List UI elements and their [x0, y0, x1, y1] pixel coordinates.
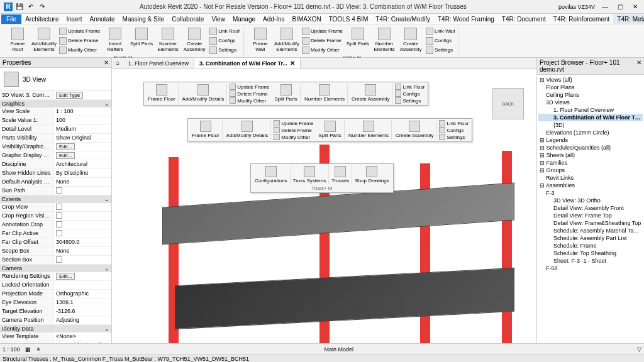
tree-item[interactable]: Ceiling Plans	[538, 91, 643, 99]
modify-other-float-button[interactable]: Modify Other	[228, 97, 270, 104]
menu-t4r-create[interactable]: T4R: Create/Modify	[372, 14, 434, 24]
configs-button[interactable]: Configs	[208, 36, 241, 45]
split-parts-float-button[interactable]: Split Parts	[272, 84, 300, 104]
maximize-button[interactable]: ▢	[614, 3, 626, 10]
scale-selector[interactable]: 1 : 100	[3, 346, 20, 353]
tree-item[interactable]: {3D}	[538, 121, 643, 129]
instance-selector[interactable]: 3D View: 3. Combination of W/M Floor Tru	[0, 91, 54, 99]
delete-frame-button[interactable]: Delete Frame	[58, 36, 101, 45]
tree-item[interactable]: Elevations (12mm Circle)	[538, 129, 643, 136]
vg-edit-button[interactable]: Edit...	[56, 143, 75, 150]
split-parts-2[interactable]: Split Parts	[316, 120, 344, 140]
delete-frame-wall-button[interactable]: Delete Frame	[301, 36, 344, 45]
number-2[interactable]: Number Elements	[346, 120, 392, 140]
create-assembly-2[interactable]: Create Assembly	[393, 120, 436, 140]
menu-insert[interactable]: Insert	[62, 14, 86, 24]
tree-item[interactable]: Schedule: Frame	[538, 242, 643, 250]
tree-item[interactable]: 3D Views	[538, 99, 643, 106]
update-frame-2[interactable]: Update Frame	[272, 120, 314, 126]
tree-item[interactable]: 1. Floor Panel Overview	[538, 106, 643, 114]
gd-edit-button[interactable]: Edit...	[56, 152, 75, 159]
tree-item[interactable]: ⊟ Schedules/Quantities (all)	[538, 144, 643, 151]
3d-canvas[interactable]: BACK Frame Floor Add/Modify Details Upda…	[112, 69, 536, 343]
edit-type-button[interactable]: Edit Type	[56, 92, 83, 99]
menu-architecture[interactable]: Architecture	[21, 14, 62, 24]
insert-rafters-button[interactable]: Insert Rafters	[103, 27, 128, 55]
expand-icon[interactable]: ⌄	[104, 326, 109, 332]
menu-tools4bim[interactable]: TOOLS 4 BIM	[325, 14, 372, 24]
menu-t4r-metal[interactable]: T4R: Metal Framing	[613, 14, 644, 24]
tree-item[interactable]: Sheet: F-3 -1 - Sheet	[538, 257, 643, 265]
tree-item[interactable]: 3. Combination of W/M Floor Trusses	[538, 114, 643, 121]
link-roof-button[interactable]: Link Roof	[208, 27, 241, 36]
addmod-button[interactable]: Add/Modify Elements	[31, 27, 57, 55]
far-offset-value[interactable]: 304800.0	[54, 238, 111, 246]
properties-close[interactable]: ✕	[104, 59, 109, 66]
tree-item[interactable]: ⊟ Legends	[538, 136, 643, 144]
tree-item[interactable]: 3D View: 3D Ortho	[538, 197, 643, 204]
tree-item[interactable]: Detail View: Frame&Sheathing Top	[538, 219, 643, 227]
tree-item[interactable]: Detail View: Frame Top	[538, 212, 643, 219]
render-edit-button[interactable]: Edit...	[56, 273, 75, 280]
configurations-button[interactable]: Configurations	[252, 165, 291, 184]
settings-wall-button[interactable]: Settings	[425, 46, 456, 55]
tree-item[interactable]: Schedule: Top Sheathing	[538, 250, 643, 257]
undo-icon[interactable]: ↶	[26, 3, 35, 11]
parts-vis-value[interactable]: Show Original	[54, 134, 111, 142]
menu-manage[interactable]: Manage	[229, 14, 259, 24]
frame-floor-button-2[interactable]: Frame Floor	[189, 120, 223, 140]
tree-item[interactable]: ⊟ Assemblies	[538, 182, 643, 189]
tree-item[interactable]: Schedule: Assembly Part List	[538, 234, 643, 242]
save-icon[interactable]: 💾	[15, 3, 24, 11]
delete-frame-float-button[interactable]: Delete Frame	[228, 90, 270, 97]
discipline-value[interactable]: Architectural	[54, 160, 111, 168]
menu-t4r-wood[interactable]: T4R: Wood Framing	[434, 14, 498, 24]
browser-close[interactable]: ✕	[636, 59, 641, 73]
trusses-button[interactable]: Trusses	[329, 165, 352, 184]
addmod-button-2[interactable]: Add/Modify Details	[224, 120, 272, 140]
tab-floor-panel-overview[interactable]: 1. Floor Panel Overview	[123, 58, 194, 69]
visual-style-icon[interactable]: ▦	[25, 346, 31, 353]
menu-annotate[interactable]: Annotate	[86, 14, 119, 24]
menu-view[interactable]: View	[208, 14, 229, 24]
file-menu[interactable]: File	[1, 14, 21, 24]
tab-close-icon[interactable]: ✕	[290, 60, 295, 67]
tree-item[interactable]: Revit Links	[538, 174, 643, 182]
configs-2[interactable]: Configs	[438, 127, 470, 133]
tree-item[interactable]: Floor Plans	[538, 84, 643, 91]
menu-t4r-document[interactable]: T4R: Document	[498, 14, 550, 24]
number-wall-button[interactable]: Number Elements	[372, 27, 397, 55]
home-icon[interactable]: ⌂	[112, 58, 123, 69]
delete-frame-2[interactable]: Delete Frame	[272, 127, 314, 133]
filter-icon[interactable]: ▽	[637, 346, 641, 353]
menu-t4r-reinforcement[interactable]: T4R: Reinforcement	[550, 14, 613, 24]
tree-item[interactable]: Detail View: Assembly Front	[538, 204, 643, 212]
link-wall-button[interactable]: Link Wall	[425, 27, 456, 36]
tree-item[interactable]: ⊟ Families	[538, 159, 643, 167]
split-parts-wall-button[interactable]: Split Parts	[345, 27, 370, 55]
frame-floor-button[interactable]: Frame Floor	[145, 84, 179, 104]
create-assembly-button[interactable]: Create Assembly	[182, 27, 207, 55]
modify-other-wall-button[interactable]: Modify Other	[301, 46, 344, 55]
update-frame-float-button[interactable]: Update Frame	[228, 84, 270, 90]
eye-elev-value[interactable]: 1309.1	[54, 299, 111, 307]
main-model-selector[interactable]: Main Model	[325, 346, 354, 353]
tree-item[interactable]: Schedule: Assembly Material Takeoff	[538, 227, 643, 234]
modify-other-button[interactable]: Modify Other	[58, 46, 101, 55]
shop-drawings-button[interactable]: Shop Drawings	[352, 165, 391, 184]
section-box-checkbox[interactable]	[56, 256, 62, 263]
sun-icon[interactable]: ☀	[36, 346, 41, 353]
update-frame-button[interactable]: Update Frame	[58, 27, 101, 36]
settings-float-button[interactable]: Settings	[394, 97, 426, 104]
frame-wall-button[interactable]: Frame Wall	[248, 27, 273, 55]
expand-icon[interactable]: ⌄	[104, 265, 109, 272]
tab-combination-trusses[interactable]: 3. Combination of W/M Floor Tr...✕	[194, 58, 301, 69]
tree-item[interactable]: ⊟ Groups	[538, 167, 643, 174]
menu-massing[interactable]: Massing & Site	[119, 14, 169, 24]
viewcube[interactable]: BACK	[492, 88, 524, 119]
addmod-details-button[interactable]: Add/Modify Details	[180, 84, 228, 104]
sunpath-checkbox[interactable]	[56, 187, 62, 194]
modify-other-2[interactable]: Modify Other	[272, 134, 314, 140]
split-parts-button[interactable]: Split Parts	[129, 27, 154, 55]
configs-wall-button[interactable]: Configs	[425, 36, 456, 45]
